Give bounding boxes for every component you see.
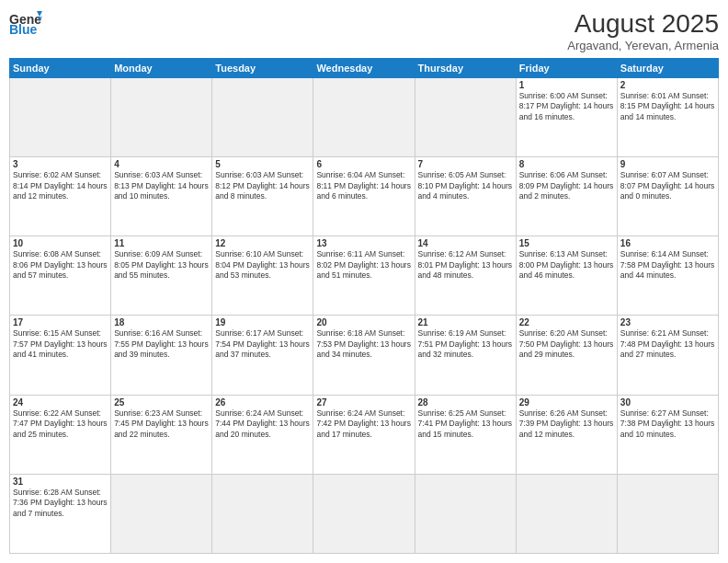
calendar-cell: 21Sunrise: 6:19 AM Sunset: 7:51 PM Dayli…	[415, 316, 516, 395]
day-number: 15	[519, 238, 614, 248]
calendar-cell: 14Sunrise: 6:12 AM Sunset: 8:01 PM Dayli…	[415, 236, 516, 316]
day-number: 23	[620, 317, 715, 327]
day-number: 17	[13, 317, 108, 327]
day-number: 31	[13, 477, 108, 487]
day-info: Sunrise: 6:08 AM Sunset: 8:06 PM Dayligh…	[13, 249, 108, 281]
day-info: Sunrise: 6:27 AM Sunset: 7:38 PM Dayligh…	[620, 408, 715, 440]
day-number: 12	[215, 238, 310, 248]
day-info: Sunrise: 6:25 AM Sunset: 7:41 PM Dayligh…	[418, 408, 513, 440]
day-info: Sunrise: 6:00 AM Sunset: 8:17 PM Dayligh…	[519, 91, 614, 122]
calendar-cell	[10, 78, 111, 157]
day-info: Sunrise: 6:05 AM Sunset: 8:10 PM Dayligh…	[418, 170, 513, 201]
calendar-cell: 4Sunrise: 6:03 AM Sunset: 8:13 PM Daylig…	[111, 157, 212, 236]
calendar-cell	[415, 474, 516, 553]
calendar-cell: 18Sunrise: 6:16 AM Sunset: 7:55 PM Dayli…	[111, 316, 212, 395]
day-number: 25	[114, 397, 209, 408]
calendar-week-2: 10Sunrise: 6:08 AM Sunset: 8:06 PM Dayli…	[10, 236, 719, 316]
calendar-week-5: 31Sunrise: 6:28 AM Sunset: 7:36 PM Dayli…	[10, 474, 719, 553]
calendar-table: Sunday Monday Tuesday Wednesday Thursday…	[9, 58, 719, 554]
day-number: 24	[13, 397, 108, 408]
day-number: 13	[316, 238, 411, 248]
calendar-cell: 29Sunrise: 6:26 AM Sunset: 7:39 PM Dayli…	[516, 395, 617, 474]
calendar-cell: 17Sunrise: 6:15 AM Sunset: 7:57 PM Dayli…	[10, 316, 111, 395]
day-info: Sunrise: 6:24 AM Sunset: 7:42 PM Dayligh…	[316, 408, 411, 440]
calendar-cell	[212, 474, 313, 553]
day-info: Sunrise: 6:21 AM Sunset: 7:48 PM Dayligh…	[620, 328, 715, 360]
day-number: 10	[13, 238, 108, 248]
calendar-cell: 25Sunrise: 6:23 AM Sunset: 7:45 PM Dayli…	[111, 395, 212, 474]
calendar-cell: 26Sunrise: 6:24 AM Sunset: 7:44 PM Dayli…	[212, 395, 313, 474]
day-number: 11	[114, 238, 209, 248]
day-number: 16	[620, 238, 715, 248]
calendar-header-row: Sunday Monday Tuesday Wednesday Thursday…	[10, 59, 719, 78]
day-info: Sunrise: 6:17 AM Sunset: 7:54 PM Dayligh…	[215, 328, 310, 360]
calendar-cell: 9Sunrise: 6:07 AM Sunset: 8:07 PM Daylig…	[617, 157, 718, 236]
day-number: 28	[418, 397, 513, 408]
day-info: Sunrise: 6:13 AM Sunset: 8:00 PM Dayligh…	[519, 249, 614, 281]
day-number: 2	[620, 80, 715, 90]
calendar-cell: 31Sunrise: 6:28 AM Sunset: 7:36 PM Dayli…	[10, 474, 111, 553]
calendar-cell: 27Sunrise: 6:24 AM Sunset: 7:42 PM Dayli…	[313, 395, 415, 474]
day-info: Sunrise: 6:12 AM Sunset: 8:01 PM Dayligh…	[418, 249, 513, 281]
day-info: Sunrise: 6:02 AM Sunset: 8:14 PM Dayligh…	[13, 170, 108, 201]
day-number: 14	[418, 238, 513, 248]
calendar-cell: 7Sunrise: 6:05 AM Sunset: 8:10 PM Daylig…	[415, 157, 516, 236]
day-number: 27	[316, 397, 411, 408]
day-info: Sunrise: 6:09 AM Sunset: 8:05 PM Dayligh…	[114, 249, 209, 281]
day-info: Sunrise: 6:10 AM Sunset: 8:04 PM Dayligh…	[215, 249, 310, 281]
header-friday: Friday	[516, 59, 617, 78]
day-number: 4	[114, 159, 209, 169]
calendar-cell: 20Sunrise: 6:18 AM Sunset: 7:53 PM Dayli…	[313, 316, 415, 395]
calendar-cell: 28Sunrise: 6:25 AM Sunset: 7:41 PM Dayli…	[415, 395, 516, 474]
calendar-week-0: 1Sunrise: 6:00 AM Sunset: 8:17 PM Daylig…	[10, 78, 719, 157]
day-info: Sunrise: 6:11 AM Sunset: 8:02 PM Dayligh…	[316, 249, 411, 281]
day-info: Sunrise: 6:15 AM Sunset: 7:57 PM Dayligh…	[13, 328, 108, 360]
calendar-cell: 2Sunrise: 6:01 AM Sunset: 8:15 PM Daylig…	[617, 78, 718, 157]
page: General Blue August 2025 Argavand, Yerev…	[0, 0, 728, 563]
day-info: Sunrise: 6:03 AM Sunset: 8:12 PM Dayligh…	[215, 170, 310, 201]
day-number: 19	[215, 317, 310, 327]
calendar-cell: 16Sunrise: 6:14 AM Sunset: 7:58 PM Dayli…	[617, 236, 718, 316]
location-subtitle: Argavand, Yerevan, Armenia	[567, 39, 719, 52]
calendar-cell: 23Sunrise: 6:21 AM Sunset: 7:48 PM Dayli…	[617, 316, 718, 395]
day-info: Sunrise: 6:22 AM Sunset: 7:47 PM Dayligh…	[13, 408, 108, 440]
calendar-cell	[415, 78, 516, 157]
day-info: Sunrise: 6:01 AM Sunset: 8:15 PM Dayligh…	[620, 91, 715, 122]
day-info: Sunrise: 6:14 AM Sunset: 7:58 PM Dayligh…	[620, 249, 715, 281]
calendar-cell	[313, 78, 415, 157]
logo: General Blue	[9, 9, 42, 35]
header-tuesday: Tuesday	[212, 59, 313, 78]
calendar-week-3: 17Sunrise: 6:15 AM Sunset: 7:57 PM Dayli…	[10, 316, 719, 395]
day-info: Sunrise: 6:23 AM Sunset: 7:45 PM Dayligh…	[114, 408, 209, 440]
day-number: 1	[519, 80, 614, 90]
svg-text:Blue: Blue	[9, 22, 38, 35]
day-number: 21	[418, 317, 513, 327]
calendar-cell: 10Sunrise: 6:08 AM Sunset: 8:06 PM Dayli…	[10, 236, 111, 316]
day-info: Sunrise: 6:20 AM Sunset: 7:50 PM Dayligh…	[519, 328, 614, 360]
day-info: Sunrise: 6:24 AM Sunset: 7:44 PM Dayligh…	[215, 408, 310, 440]
day-number: 6	[316, 159, 411, 169]
calendar-cell	[111, 474, 212, 553]
title-block: August 2025 Argavand, Yerevan, Armenia	[567, 9, 719, 52]
calendar-cell: 24Sunrise: 6:22 AM Sunset: 7:47 PM Dayli…	[10, 395, 111, 474]
logo-icon: General Blue	[9, 9, 42, 35]
header: General Blue August 2025 Argavand, Yerev…	[9, 9, 719, 52]
calendar-cell: 15Sunrise: 6:13 AM Sunset: 8:00 PM Dayli…	[516, 236, 617, 316]
calendar-cell: 8Sunrise: 6:06 AM Sunset: 8:09 PM Daylig…	[516, 157, 617, 236]
calendar-cell	[111, 78, 212, 157]
day-number: 30	[620, 397, 715, 408]
day-info: Sunrise: 6:04 AM Sunset: 8:11 PM Dayligh…	[316, 170, 411, 201]
calendar-week-1: 3Sunrise: 6:02 AM Sunset: 8:14 PM Daylig…	[10, 157, 719, 236]
day-info: Sunrise: 6:07 AM Sunset: 8:07 PM Dayligh…	[620, 170, 715, 201]
calendar-cell	[313, 474, 415, 553]
day-info: Sunrise: 6:26 AM Sunset: 7:39 PM Dayligh…	[519, 408, 614, 440]
calendar-cell: 5Sunrise: 6:03 AM Sunset: 8:12 PM Daylig…	[212, 157, 313, 236]
calendar-cell: 3Sunrise: 6:02 AM Sunset: 8:14 PM Daylig…	[10, 157, 111, 236]
day-number: 3	[13, 159, 108, 169]
header-thursday: Thursday	[415, 59, 516, 78]
day-info: Sunrise: 6:06 AM Sunset: 8:09 PM Dayligh…	[519, 170, 614, 201]
day-number: 22	[519, 317, 614, 327]
calendar-cell: 22Sunrise: 6:20 AM Sunset: 7:50 PM Dayli…	[516, 316, 617, 395]
calendar-cell	[516, 474, 617, 553]
calendar-cell: 1Sunrise: 6:00 AM Sunset: 8:17 PM Daylig…	[516, 78, 617, 157]
